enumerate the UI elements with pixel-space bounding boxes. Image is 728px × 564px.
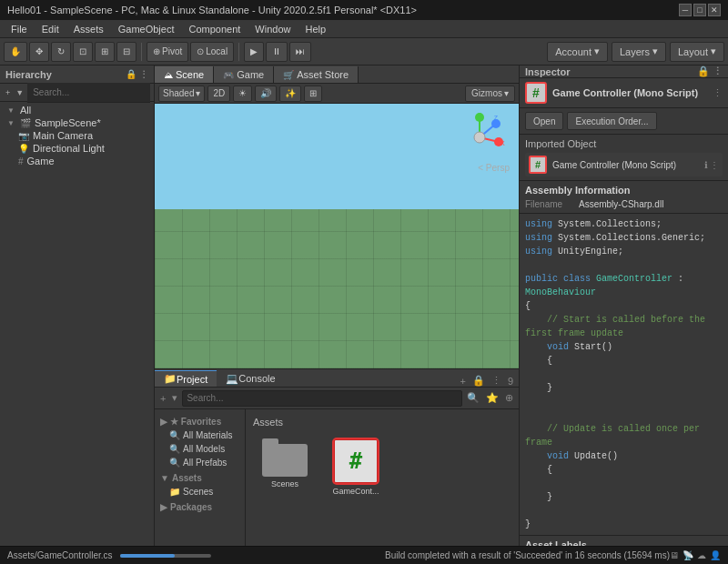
code-line-3: using UnityEngine; <box>525 245 723 258</box>
packages-section[interactable]: ▶ Packages <box>155 500 245 514</box>
code-line-9: { <box>525 354 723 368</box>
play-btn[interactable]: ▶ <box>244 42 264 62</box>
project-search-input[interactable] <box>182 390 462 407</box>
gizmos-btn[interactable]: Gizmos ▾ <box>465 86 515 102</box>
step-btn[interactable]: ⏭ <box>289 42 311 62</box>
status-icon-4[interactable]: 👤 <box>710 550 721 560</box>
transform-hand-btn[interactable]: ✋ <box>4 42 27 62</box>
progress-bar-bg <box>120 554 211 558</box>
pivot-btn[interactable]: ⊕ Pivot <box>147 42 188 62</box>
hierarchy-game-item[interactable]: # Game <box>0 155 154 167</box>
menu-window[interactable]: Window <box>248 20 298 38</box>
all-models-item[interactable]: 🔍 All Models <box>155 442 245 456</box>
transform-multi-btn[interactable]: ⊟ <box>116 42 136 62</box>
lighting-icon: ☀ <box>238 88 247 98</box>
pivot-label: Pivot <box>162 46 182 56</box>
transform-rect-btn[interactable]: ⊞ <box>95 42 115 62</box>
open-btn[interactable]: Open <box>525 112 563 130</box>
imported-object-row: # Game Controller (Mono Script) ℹ ⋮ <box>525 153 723 176</box>
script-icon: # <box>333 438 379 484</box>
hierarchy-all-item[interactable]: ▼ All <box>0 104 154 116</box>
tab-project[interactable]: 📁 Project <box>155 370 217 387</box>
assembly-section: Assembly Information Filename Assembly-C… <box>520 181 728 214</box>
assembly-filename-row: Filename Assembly-CSharp.dll <box>525 199 723 209</box>
all-models-icon: 🔍 <box>169 444 180 454</box>
project-add-chevron-icon[interactable]: ▾ <box>170 392 179 404</box>
status-progress <box>113 554 386 558</box>
hierarchy-search-input[interactable] <box>27 83 150 103</box>
console-tab-icon: 💻 <box>226 373 238 385</box>
status-icon-1[interactable]: 🖥 <box>670 550 679 560</box>
menu-gameobject[interactable]: GameObject <box>111 20 182 38</box>
project-panel: 📁 Project 💻 Console + 🔒 ⋮ 9 + ▾ � <box>155 368 519 546</box>
hierarchy-dropdown-icon[interactable]: ▼ <box>14 88 25 97</box>
menu-file[interactable]: File <box>4 20 35 38</box>
inspector-object-menu-icon[interactable]: ⋮ <box>713 87 723 99</box>
pause-btn[interactable]: ⏸ <box>266 42 288 62</box>
favorites-section[interactable]: ▶ ★ Favorites <box>155 415 245 428</box>
project-menu-icon[interactable]: ⋮ <box>490 375 503 387</box>
inspector-object-name: Game Controller (Mono Script) <box>552 87 707 98</box>
audio-btn[interactable]: 🔊 <box>255 86 277 102</box>
project-add-icon[interactable]: + <box>158 393 167 404</box>
tab-scene[interactable]: ⛰ Scene <box>155 66 214 83</box>
2d-btn[interactable]: 2D <box>207 86 230 102</box>
tab-console[interactable]: 💻 Console <box>217 370 284 387</box>
status-icon-3[interactable]: ☁ <box>697 550 706 560</box>
assets-section[interactable]: ▼ Assets <box>155 471 245 485</box>
menu-help[interactable]: Help <box>298 20 333 38</box>
shading-select[interactable]: Shaded ▾ <box>158 86 205 102</box>
scene-arrow-icon: ▼ <box>7 119 15 127</box>
menu-edit[interactable]: Edit <box>35 20 66 38</box>
project-search-icon[interactable]: 🔍 <box>465 392 481 404</box>
all-prefabs-item[interactable]: 🔍 All Prefabs <box>155 456 245 469</box>
maximize-btn[interactable]: □ <box>693 4 706 16</box>
imported-label: Imported Object <box>525 138 723 149</box>
hierarchy-lock-icon[interactable]: 🔒 <box>126 69 136 79</box>
local-btn[interactable]: ⊙ Local <box>190 42 234 62</box>
all-arrow-icon: ▼ <box>7 106 15 115</box>
close-btn[interactable]: ✕ <box>708 4 721 16</box>
inspector-menu-icon[interactable]: ⋮ <box>713 65 723 77</box>
status-icon-2[interactable]: 📡 <box>682 550 693 560</box>
layout-chevron-icon: ▾ <box>711 45 716 57</box>
code-line-6: { <box>525 299 723 313</box>
execution-order-btn[interactable]: Execution Order... <box>567 112 656 130</box>
hash-symbol: # <box>349 448 362 474</box>
imported-info-icon[interactable]: ℹ <box>704 160 708 170</box>
transform-rotate-btn[interactable]: ↻ <box>51 42 71 62</box>
toolbar-right: Account ▾ Layers ▾ Layout ▾ <box>547 42 724 62</box>
project-options-icon[interactable]: + <box>458 376 467 387</box>
hierarchy-camera-item[interactable]: 📷 Main Camera <box>0 129 154 142</box>
asset-scenes-folder[interactable]: Scenes <box>253 438 317 496</box>
hierarchy-menu-icon[interactable]: ⋮ <box>139 69 148 79</box>
scenes-item[interactable]: 📁 Scenes <box>155 485 245 499</box>
menu-component[interactable]: Component <box>181 20 248 38</box>
account-btn[interactable]: Account ▾ <box>547 42 608 62</box>
lighting-btn[interactable]: ☀ <box>233 86 252 102</box>
all-materials-item[interactable]: 🔍 All Materials <box>155 428 245 442</box>
minimize-btn[interactable]: ─ <box>679 4 692 16</box>
transform-scale-btn[interactable]: ⊡ <box>73 42 93 62</box>
asset-game-controller[interactable]: # GameCont... <box>324 438 388 496</box>
grid-btn[interactable]: ⊞ <box>304 86 322 102</box>
project-assets-grid: Assets Scenes # <box>246 409 519 546</box>
layers-btn[interactable]: Layers ▾ <box>612 42 666 62</box>
tab-game[interactable]: 🎮 Game <box>214 66 274 83</box>
hierarchy-scene-item[interactable]: ▼ 🎬 SampleScene* <box>0 116 154 129</box>
scene-viewport[interactable]: Z X Y < Persp <box>155 104 519 368</box>
project-saved-search-icon[interactable]: ⭐ <box>484 392 500 404</box>
inspector-lock-icon[interactable]: 🔒 <box>697 65 710 77</box>
layout-btn[interactable]: Layout ▾ <box>670 42 724 62</box>
scene-tabs: ⛰ Scene 🎮 Game 🛒 Asset Store <box>155 65 519 84</box>
hierarchy-light-item[interactable]: 💡 Directional Light <box>0 142 154 155</box>
fx-btn[interactable]: ✨ <box>279 86 301 102</box>
imported-menu-icon[interactable]: ⋮ <box>710 160 719 170</box>
menu-assets[interactable]: Assets <box>66 20 111 38</box>
project-lock-icon[interactable]: 🔒 <box>470 375 487 387</box>
project-filter-icon[interactable]: ⊕ <box>503 392 515 404</box>
transform-move-btn[interactable]: ✥ <box>29 42 49 62</box>
hierarchy-add-btn[interactable]: + <box>4 88 12 97</box>
tab-asset-store[interactable]: 🛒 Asset Store <box>274 66 359 83</box>
hierarchy-items: ▼ All ▼ 🎬 SampleScene* 📷 Main Camera 💡 D… <box>0 102 154 546</box>
